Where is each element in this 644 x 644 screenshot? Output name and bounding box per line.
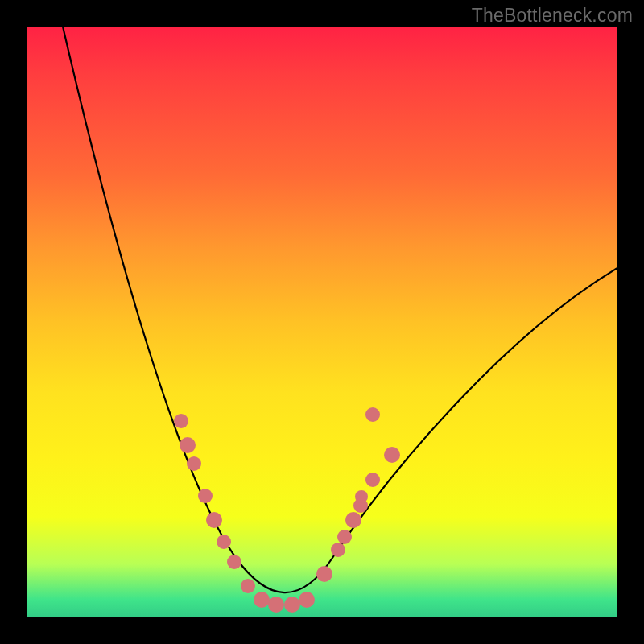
data-marker [227, 555, 242, 569]
data-marker [355, 490, 368, 503]
chart-plot-area [27, 27, 617, 617]
chart-svg [27, 27, 617, 617]
watermark-text: TheBottleneck.com [472, 5, 633, 27]
data-marker [180, 437, 196, 453]
data-marker [206, 512, 222, 528]
data-marker [198, 489, 213, 503]
data-marker [365, 407, 380, 422]
data-marker [337, 530, 352, 544]
data-marker [217, 535, 231, 549]
data-marker [384, 447, 400, 463]
data-marker [284, 597, 300, 613]
data-marker [241, 579, 255, 593]
data-marker [365, 473, 380, 487]
data-marker [331, 543, 345, 557]
data-marker [299, 592, 315, 608]
data-marker [254, 592, 270, 608]
bottleneck-curve [63, 27, 617, 592]
data-marker [316, 566, 332, 582]
data-marker [345, 512, 361, 528]
data-marker [174, 414, 188, 428]
data-marker [268, 597, 284, 613]
data-markers-group [174, 407, 400, 613]
data-marker [187, 456, 201, 471]
